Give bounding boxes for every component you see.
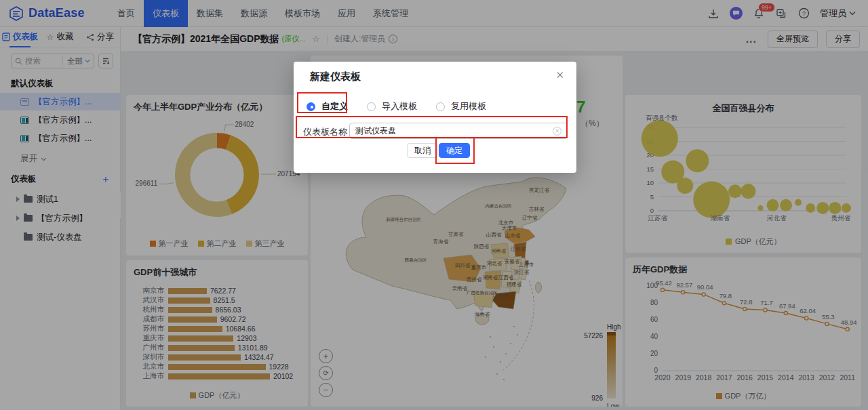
dashboard-name-input[interactable]: 测试仪表盘 ✕ xyxy=(349,123,568,139)
dashboard-type-radio-group: 自定义导入模板复用模板 xyxy=(307,100,486,112)
cancel-button[interactable]: 取消 xyxy=(407,143,438,158)
dashboard-name-value: 测试仪表盘 xyxy=(355,125,396,137)
modal-close-icon[interactable]: ✕ xyxy=(555,69,564,81)
radio-label: 导入模板 xyxy=(382,100,417,112)
radio-option-导入模板[interactable]: 导入模板 xyxy=(367,100,417,112)
radio-label: 自定义 xyxy=(321,100,348,112)
clear-input-icon[interactable]: ✕ xyxy=(553,127,561,136)
radio-selected-icon xyxy=(307,102,315,111)
dashboard-name-label: 仪表板名称 xyxy=(303,126,347,138)
modal-title: 新建仪表板 xyxy=(310,70,361,83)
confirm-button[interactable]: 确定 xyxy=(439,143,470,158)
new-dashboard-modal: 新建仪表板 ✕ 自定义导入模板复用模板 仪表板名称 测试仪表盘 ✕ 取消 确定 xyxy=(294,62,576,173)
radio-option-复用模板[interactable]: 复用模板 xyxy=(436,100,486,112)
radio-icon xyxy=(436,102,445,111)
radio-icon xyxy=(367,102,376,111)
radio-option-自定义[interactable]: 自定义 xyxy=(307,100,348,112)
radio-label: 复用模板 xyxy=(451,100,486,112)
